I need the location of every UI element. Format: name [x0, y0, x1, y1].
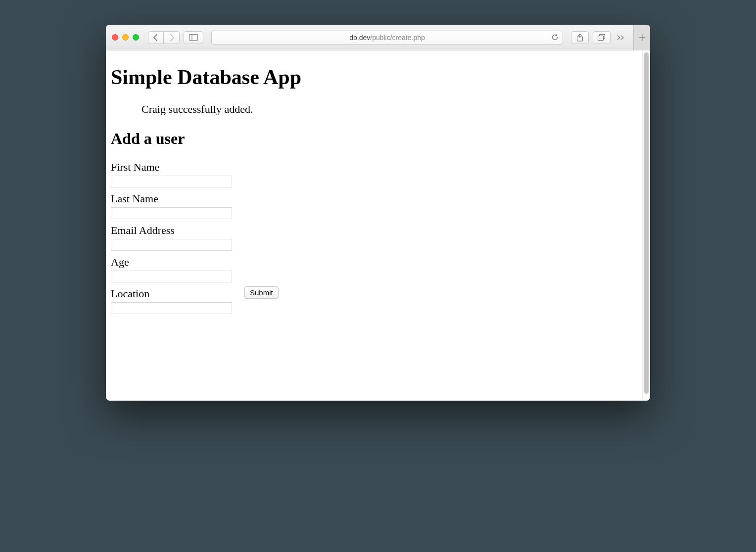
form-field: Location Submit	[111, 287, 637, 314]
scrollbar-thumb[interactable]	[644, 52, 649, 394]
first-name-input[interactable]	[111, 176, 232, 187]
window-controls	[112, 34, 139, 41]
email-input[interactable]	[111, 239, 232, 251]
reload-button[interactable]	[551, 34, 559, 41]
new-tab-button[interactable]	[633, 25, 650, 50]
nav-buttons	[148, 31, 180, 44]
form-field: First Name	[111, 161, 637, 187]
titlebar: db.dev/public/create.php	[106, 25, 650, 50]
fullscreen-window-button[interactable]	[133, 34, 139, 41]
form-field: Last Name	[111, 192, 637, 219]
forward-button[interactable]	[164, 31, 180, 44]
share-button[interactable]	[571, 31, 589, 44]
sidebar-icon	[189, 34, 198, 41]
svg-rect-5	[598, 36, 604, 40]
minimize-window-button[interactable]	[122, 34, 129, 41]
browser-window: db.dev/public/create.php	[106, 25, 650, 401]
address-bar[interactable]: db.dev/public/create.php	[211, 31, 563, 45]
reload-icon	[551, 34, 559, 41]
page-content: Simple Database App Craig successfully a…	[106, 50, 642, 401]
location-input[interactable]	[111, 302, 232, 314]
share-icon	[576, 34, 583, 42]
form-field: Email Address	[111, 224, 637, 251]
last-name-input[interactable]	[111, 207, 232, 219]
chevron-double-right-icon	[616, 35, 625, 41]
tabs-icon	[598, 34, 606, 41]
chevron-left-icon	[153, 34, 158, 41]
address-text: db.dev/public/create.php	[349, 34, 425, 42]
back-button[interactable]	[148, 31, 164, 44]
submit-button[interactable]: Submit	[244, 286, 279, 299]
form-field: Age	[111, 256, 637, 282]
section-heading: Add a user	[111, 130, 637, 148]
close-window-button[interactable]	[112, 34, 118, 41]
page-title: Simple Database App	[111, 65, 637, 89]
age-input[interactable]	[111, 271, 232, 282]
location-label: Location	[111, 287, 637, 300]
toolbar-overflow-button[interactable]	[614, 35, 627, 41]
email-label: Email Address	[111, 224, 637, 237]
svg-rect-0	[189, 35, 198, 41]
viewport: Simple Database App Craig successfully a…	[106, 50, 650, 401]
first-name-label: First Name	[111, 161, 637, 174]
last-name-label: Last Name	[111, 192, 637, 205]
sidebar-toggle-button[interactable]	[184, 31, 203, 44]
plus-icon	[639, 34, 646, 41]
scrollbar-track[interactable]	[642, 50, 650, 401]
status-message: Craig successfully added.	[142, 103, 637, 116]
toolbar-right	[571, 31, 627, 44]
tabs-button[interactable]	[593, 31, 611, 44]
chevron-right-icon	[169, 34, 174, 41]
age-label: Age	[111, 256, 637, 269]
